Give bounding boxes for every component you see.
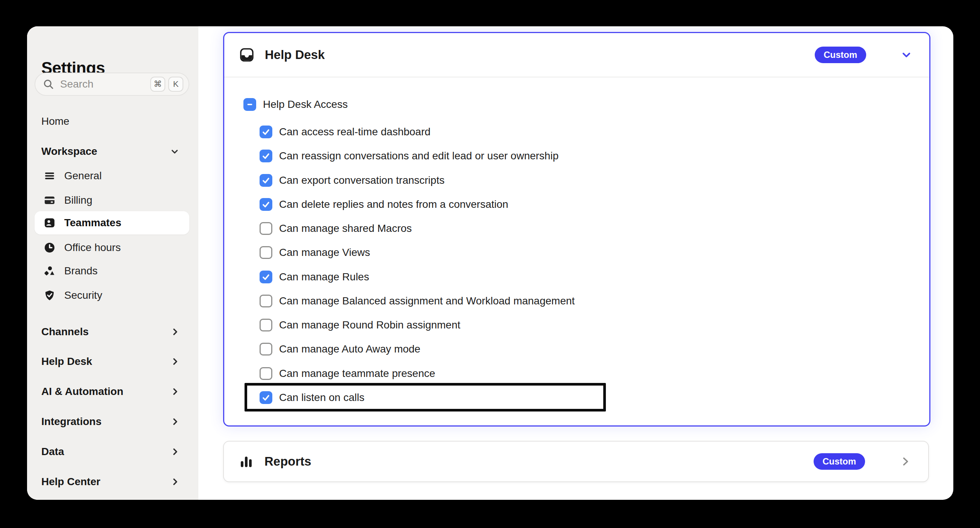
- chevron-right-icon: [170, 387, 180, 396]
- chevron-right-icon: [170, 447, 180, 456]
- help-desk-permissions-panel: Help Desk Custom Help Desk Access Can ac…: [223, 32, 931, 426]
- help-desk-access-group-row: Help Desk Access: [243, 93, 348, 116]
- permission-label: Can manage teammate presence: [279, 367, 435, 380]
- permission-checkbox[interactable]: [259, 198, 272, 211]
- check-icon: [261, 273, 270, 281]
- help-desk-inbox-icon: [239, 47, 254, 62]
- permission-row: Can delete replies and notes from a conv…: [259, 192, 508, 217]
- permission-row: Can manage Views: [259, 241, 370, 265]
- panel-title: Help Desk: [265, 48, 325, 62]
- permission-checkbox[interactable]: [259, 174, 272, 187]
- chevron-down-icon: [170, 147, 180, 156]
- help-desk-panel-header[interactable]: Help Desk Custom: [224, 33, 929, 77]
- menu-lines-icon: [44, 170, 55, 182]
- group-label: Help Desk Access: [263, 99, 348, 110]
- permission-label: Can export conversation transcripts: [279, 174, 444, 187]
- bar-chart-icon: [240, 455, 253, 468]
- permission-row: Can export conversation transcripts: [259, 168, 444, 192]
- teammates-card-icon: [44, 217, 55, 228]
- chevron-right-icon: [170, 417, 180, 426]
- sidebar-item-home[interactable]: Home: [35, 110, 189, 133]
- permission-checkbox[interactable]: [259, 319, 272, 332]
- reports-card[interactable]: Reports Custom: [223, 441, 929, 482]
- permission-label: Can manage Rules: [279, 271, 369, 283]
- permission-row: Can manage shared Macros: [259, 217, 412, 241]
- collapse-chevron-down-icon[interactable]: [901, 49, 912, 61]
- check-icon: [261, 128, 270, 136]
- sidebar-item-general[interactable]: General: [35, 164, 189, 188]
- cmd-key-badge: ⌘: [150, 77, 165, 92]
- permission-checkbox[interactable]: [259, 343, 272, 356]
- permission-label: Can listen on calls: [279, 392, 364, 404]
- permission-row: Can access real-time dashboard: [259, 120, 431, 144]
- check-icon: [261, 200, 270, 209]
- permission-checkbox[interactable]: [259, 246, 272, 259]
- sidebar-item-integrations[interactable]: Integrations: [35, 410, 189, 433]
- custom-role-badge[interactable]: Custom: [815, 46, 866, 63]
- credit-card-icon: [44, 195, 55, 206]
- permission-checkbox[interactable]: [259, 126, 272, 138]
- sidebar-item-data[interactable]: Data: [35, 440, 189, 463]
- permission-checkbox[interactable]: [259, 391, 272, 404]
- indeterminate-checkbox[interactable]: [243, 98, 256, 111]
- reports-title: Reports: [264, 455, 312, 469]
- check-icon: [261, 176, 270, 185]
- chevron-right-icon: [170, 357, 180, 366]
- permission-label: Can manage shared Macros: [279, 222, 412, 234]
- search-input[interactable]: Search ⌘ K: [35, 73, 189, 96]
- permission-label: Can access real-time dashboard: [279, 126, 431, 138]
- chevron-right-icon: [170, 327, 180, 337]
- sidebar-item-help-center[interactable]: Help Center: [35, 470, 189, 493]
- permission-checkbox[interactable]: [259, 222, 272, 235]
- sidebar-item-office-hours[interactable]: Office hours: [35, 236, 189, 259]
- permission-label: Can manage Views: [279, 247, 370, 258]
- permission-row: Can manage teammate presence: [259, 362, 435, 386]
- screen-background: Settings Search ⌘ K Home Workspace: [0, 0, 980, 528]
- permission-checkbox[interactable]: [259, 295, 272, 308]
- permission-row: Can reassign conversations and edit lead…: [259, 144, 558, 168]
- settings-sidebar: Settings Search ⌘ K Home Workspace: [27, 26, 198, 500]
- brands-shapes-icon: [44, 265, 55, 277]
- permission-label: Can manage Auto Away mode: [279, 343, 420, 355]
- permission-row: Can manage Auto Away mode: [259, 337, 420, 361]
- permission-label: Can delete replies and notes from a conv…: [279, 198, 508, 211]
- check-icon: [261, 152, 270, 161]
- sidebar-item-security[interactable]: Security: [35, 284, 189, 307]
- sidebar-item-ai-automation[interactable]: AI & Automation: [35, 380, 189, 403]
- custom-role-badge[interactable]: Custom: [814, 453, 865, 470]
- chevron-right-icon: [170, 477, 180, 486]
- sidebar-item-help-desk[interactable]: Help Desk: [35, 350, 189, 373]
- permission-checkbox[interactable]: [259, 150, 272, 162]
- clock-icon: [44, 242, 55, 253]
- k-key-badge: K: [168, 77, 183, 92]
- sidebar-item-workspace[interactable]: Workspace: [35, 140, 189, 163]
- app-window: Settings Search ⌘ K Home Workspace: [27, 26, 953, 500]
- check-icon: [261, 393, 270, 402]
- sidebar-item-channels[interactable]: Channels: [35, 320, 189, 343]
- sidebar-item-teammates[interactable]: Teammates: [35, 211, 189, 234]
- permission-row: Can manage Balanced assignment and Workl…: [259, 289, 575, 313]
- sidebar-item-billing[interactable]: Billing: [35, 189, 189, 212]
- search-icon: [43, 78, 54, 90]
- sidebar-item-brands[interactable]: Brands: [35, 259, 189, 282]
- shield-check-icon: [44, 290, 55, 301]
- minus-icon: [245, 100, 254, 109]
- chevron-right-icon[interactable]: [900, 456, 911, 467]
- permission-label: Can manage Balanced assignment and Workl…: [279, 295, 575, 307]
- search-placeholder: Search: [60, 78, 150, 90]
- permission-checkbox[interactable]: [259, 367, 272, 380]
- permission-row: Can manage Round Robin assignment: [259, 313, 460, 337]
- permission-row: Can listen on calls: [259, 386, 364, 410]
- permission-checkbox[interactable]: [259, 271, 272, 283]
- permission-label: Can manage Round Robin assignment: [279, 319, 460, 331]
- permission-label: Can reassign conversations and edit lead…: [279, 150, 558, 162]
- permission-row: Can manage Rules: [259, 265, 369, 289]
